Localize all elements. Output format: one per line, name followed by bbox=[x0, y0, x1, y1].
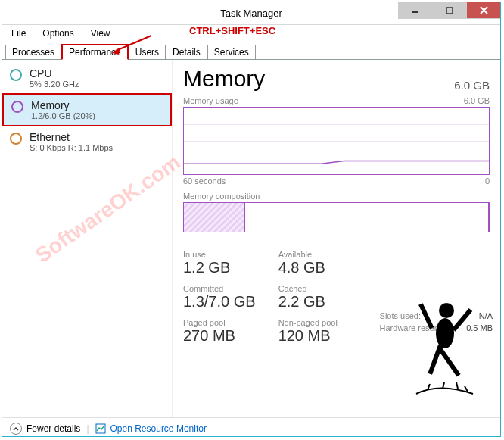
memory-icon bbox=[11, 101, 23, 113]
available-value: 4.8 GB bbox=[278, 259, 338, 276]
reserved-label: Hardware reserved: bbox=[380, 323, 453, 332]
paged-value: 270 MB bbox=[183, 327, 256, 345]
usage-axis-row: 60 seconds 0 bbox=[183, 176, 490, 186]
slots-label: Slots used: bbox=[380, 311, 421, 320]
usage-chart bbox=[183, 107, 490, 175]
task-manager-window: Task Manager File Options View Processes… bbox=[2, 2, 501, 437]
cached-label: Cached bbox=[278, 284, 338, 293]
in-use-label: In use bbox=[183, 250, 256, 259]
page-title: Memory bbox=[183, 66, 265, 92]
usage-chart-label-row: Memory usage 6.0 GB bbox=[183, 96, 490, 105]
sidebar-item-ethernet[interactable]: Ethernet S: 0 Kbps R: 1.1 Mbps bbox=[2, 126, 172, 157]
maximize-icon bbox=[446, 7, 453, 14]
sidebar-memory-sub: 1.2/6.0 GB (20%) bbox=[31, 111, 95, 120]
resource-monitor-icon bbox=[95, 423, 106, 434]
menu-file[interactable]: File bbox=[7, 27, 30, 40]
minimize-icon bbox=[412, 7, 419, 14]
svg-line-5 bbox=[116, 36, 151, 51]
footer-separator: | bbox=[86, 423, 89, 434]
sidebar-item-cpu[interactable]: CPU 5% 3.20 GHz bbox=[2, 63, 172, 93]
minimize-button[interactable] bbox=[398, 2, 432, 19]
tab-processes[interactable]: Processes bbox=[5, 45, 61, 59]
committed-value: 1.3/7.0 GB bbox=[183, 293, 256, 310]
main-panel: Memory 6.0 GB Memory usage 6.0 GB 60 sec… bbox=[173, 60, 500, 417]
tab-services[interactable]: Services bbox=[207, 45, 256, 59]
axis-right: 0 bbox=[485, 176, 490, 186]
annotation-arrow-icon bbox=[110, 32, 155, 55]
tab-details[interactable]: Details bbox=[166, 45, 207, 59]
ethernet-icon bbox=[10, 133, 22, 145]
composition-chart bbox=[183, 202, 490, 232]
menu-options[interactable]: Options bbox=[38, 27, 78, 40]
main-header: Memory 6.0 GB bbox=[183, 66, 490, 92]
content: CPU 5% 3.20 GHz Memory 1.2/6.0 GB (20%) … bbox=[2, 60, 500, 417]
footer: Fewer details | Open Resource Monitor bbox=[2, 417, 500, 438]
close-button[interactable] bbox=[466, 2, 500, 19]
available-label: Available bbox=[278, 250, 338, 259]
svg-rect-1 bbox=[446, 8, 453, 14]
sidebar-cpu-sub: 5% 3.20 GHz bbox=[30, 80, 79, 89]
axis-left: 60 seconds bbox=[183, 176, 226, 186]
sidebar: CPU 5% 3.20 GHz Memory 1.2/6.0 GB (20%) … bbox=[2, 60, 173, 417]
reserved-value: 0.5 MB bbox=[466, 323, 493, 332]
svg-marker-6 bbox=[112, 47, 120, 55]
composition-label-row: Memory composition bbox=[183, 192, 490, 201]
composition-in-use bbox=[184, 203, 245, 232]
in-use-value: 1.2 GB bbox=[183, 259, 256, 276]
paged-label: Paged pool bbox=[183, 318, 256, 327]
divider bbox=[183, 242, 490, 242]
composition-label: Memory composition bbox=[183, 192, 260, 201]
window-controls bbox=[398, 2, 500, 19]
sidebar-cpu-title: CPU bbox=[30, 67, 79, 80]
annotation-shortcut: CTRL+SHIFT+ESC bbox=[189, 25, 275, 36]
sidebar-memory-title: Memory bbox=[31, 99, 95, 111]
sidebar-ethernet-title: Ethernet bbox=[30, 131, 113, 143]
usage-max: 6.0 GB bbox=[464, 96, 490, 105]
slots-value: N/A bbox=[479, 311, 493, 320]
titlebar: Task Manager bbox=[2, 2, 500, 25]
nonpaged-label: Non-paged pool bbox=[278, 318, 338, 327]
maximize-button[interactable] bbox=[432, 2, 466, 19]
tabstrip: Processes Performance Users Details Serv… bbox=[2, 42, 500, 60]
capacity-label: 6.0 GB bbox=[454, 79, 490, 92]
sidebar-item-memory[interactable]: Memory 1.2/6.0 GB (20%) bbox=[2, 93, 172, 126]
usage-label: Memory usage bbox=[183, 96, 238, 105]
chevron-up-icon bbox=[13, 426, 19, 432]
right-stats: Slots used: N/A Hardware reserved: 0.5 M… bbox=[380, 311, 493, 335]
cached-value: 2.2 GB bbox=[278, 293, 338, 310]
fewer-details-toggle[interactable] bbox=[10, 423, 22, 435]
close-icon bbox=[480, 6, 488, 14]
cpu-icon bbox=[10, 69, 22, 81]
open-resource-monitor-link[interactable]: Open Resource Monitor bbox=[110, 423, 207, 434]
sidebar-ethernet-sub: S: 0 Kbps R: 1.1 Mbps bbox=[30, 143, 113, 152]
composition-free bbox=[245, 203, 489, 232]
committed-label: Committed bbox=[183, 284, 256, 293]
fewer-details-label[interactable]: Fewer details bbox=[26, 423, 80, 434]
nonpaged-value: 120 MB bbox=[278, 327, 338, 345]
